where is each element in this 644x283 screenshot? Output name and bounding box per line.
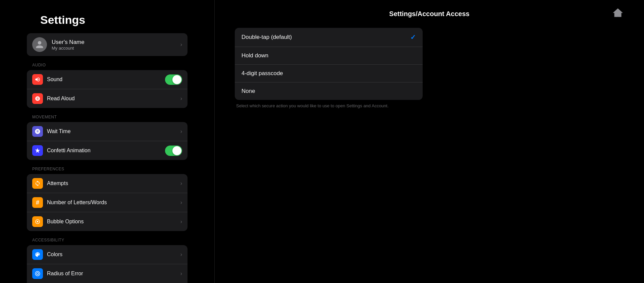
row-number-letters[interactable]: # Number of Letters/Words › xyxy=(27,193,187,212)
number-letters-label: Number of Letters/Words xyxy=(47,200,180,206)
confetti-toggle-knob xyxy=(172,146,181,155)
option-none-label: None xyxy=(241,88,416,95)
account-row[interactable]: User's Name My account › xyxy=(27,33,187,56)
colors-icon xyxy=(32,249,43,260)
read-aloud-label: Read Aloud xyxy=(47,96,180,102)
radius-error-chevron: › xyxy=(180,271,182,277)
section-header-audio: AUDIO xyxy=(27,63,187,67)
svg-point-1 xyxy=(37,221,39,223)
row-radius-error[interactable]: Radius of Error › xyxy=(27,264,187,283)
read-aloud-icon xyxy=(32,93,43,104)
account-chevron: › xyxy=(180,42,182,48)
confetti-icon xyxy=(32,145,43,156)
attempts-chevron: › xyxy=(180,180,182,186)
wait-time-icon xyxy=(32,126,43,137)
confetti-label: Confetti Animation xyxy=(47,148,165,154)
account-info: User's Name My account xyxy=(52,39,180,51)
radius-error-label: Radius of Error xyxy=(47,271,180,277)
svg-point-2 xyxy=(35,271,40,276)
wait-time-chevron: › xyxy=(180,128,182,134)
attempts-icon xyxy=(32,178,43,189)
confetti-toggle[interactable] xyxy=(165,146,182,156)
sound-label: Sound xyxy=(47,76,165,82)
option-hold-down-label: Hold down xyxy=(241,52,416,59)
read-aloud-chevron: › xyxy=(180,96,182,102)
option-double-tap-label: Double-tap (default) xyxy=(241,34,410,41)
left-panel: Settings User's Name My account › AUDIO xyxy=(0,0,215,283)
option-none[interactable]: None xyxy=(235,82,423,100)
radius-error-icon xyxy=(32,268,43,279)
account-subtitle: My account xyxy=(52,46,180,51)
colors-chevron: › xyxy=(180,251,182,258)
avatar xyxy=(32,37,47,52)
row-bubble-options[interactable]: Bubble Options › xyxy=(27,212,187,231)
group-preferences: Attempts › # Number of Letters/Words › B… xyxy=(27,174,187,231)
group-accessibility: Colors › Radius of Error › Change Gestur… xyxy=(27,245,187,283)
group-movement: Wait Time › Confetti Animation xyxy=(27,122,187,160)
sound-toggle-knob xyxy=(172,75,181,84)
group-audio: Sound Read Aloud › xyxy=(27,70,187,108)
bubble-options-chevron: › xyxy=(180,219,182,225)
right-panel: Settings/Account Access Double-tap (defa… xyxy=(215,0,644,283)
sound-icon xyxy=(32,74,43,85)
svg-rect-4 xyxy=(616,13,620,17)
colors-label: Colors xyxy=(47,251,180,258)
option-double-tap[interactable]: Double-tap (default) ✓ xyxy=(235,28,423,47)
account-name: User's Name xyxy=(52,39,180,46)
option-hold-down[interactable]: Hold down xyxy=(235,47,423,65)
row-confetti[interactable]: Confetti Animation xyxy=(27,141,187,160)
user-icon xyxy=(35,40,44,49)
svg-point-3 xyxy=(37,273,39,275)
row-colors[interactable]: Colors › xyxy=(27,245,187,264)
right-header: Settings/Account Access xyxy=(235,10,624,18)
home-icon[interactable] xyxy=(612,7,624,21)
right-title: Settings/Account Access xyxy=(389,10,469,18)
number-letters-icon: # xyxy=(32,197,43,208)
option-4digit-label: 4-digit passcode xyxy=(241,70,416,77)
section-header-accessibility: ACCESSIBILITY xyxy=(27,238,187,242)
sound-toggle[interactable] xyxy=(165,74,182,85)
bubble-options-label: Bubble Options xyxy=(47,219,180,225)
row-read-aloud[interactable]: Read Aloud › xyxy=(27,89,187,108)
wait-time-label: Wait Time xyxy=(47,128,180,134)
attempts-label: Attempts xyxy=(47,180,180,186)
options-container: Double-tap (default) ✓ Hold down 4-digit… xyxy=(235,28,423,100)
option-double-tap-check: ✓ xyxy=(410,33,416,41)
row-sound[interactable]: Sound xyxy=(27,70,187,89)
settings-list: User's Name My account › AUDIO Sound xyxy=(0,33,214,283)
row-attempts[interactable]: Attempts › xyxy=(27,174,187,193)
options-hint: Select which secure action you would lik… xyxy=(235,103,423,108)
page-title: Settings xyxy=(0,13,214,33)
option-4digit-passcode[interactable]: 4-digit passcode xyxy=(235,65,423,82)
number-letters-chevron: › xyxy=(180,200,182,206)
row-wait-time[interactable]: Wait Time › xyxy=(27,122,187,141)
section-header-movement: MOVEMENT xyxy=(27,115,187,119)
section-header-preferences: PREFERENCES xyxy=(27,167,187,171)
bubble-options-icon xyxy=(32,216,43,227)
